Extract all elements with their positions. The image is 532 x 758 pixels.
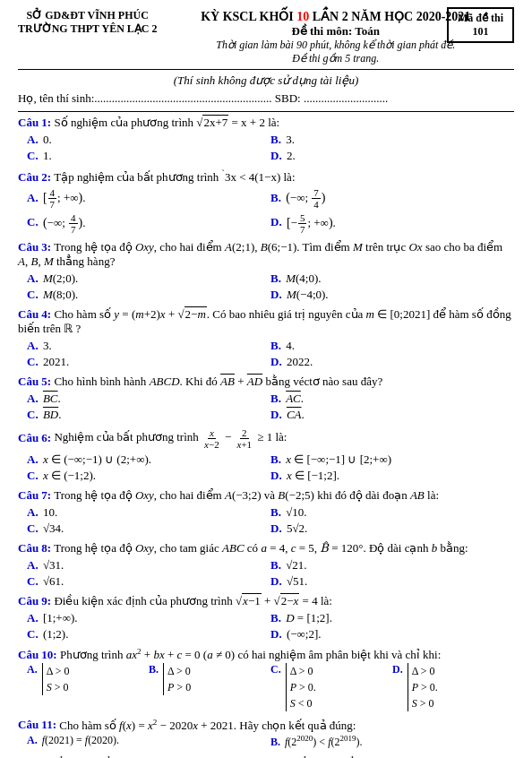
q10-d: D. Δ > 0 P > 0. S > 0 bbox=[392, 662, 514, 712]
content-divider bbox=[18, 111, 514, 112]
q11-a: A. f(2021) = f(2020). bbox=[27, 733, 270, 750]
q2-c: C. (−∞; 47). bbox=[27, 211, 270, 236]
q5-answers: A. BC. B. AC. C. BD. D. CA. bbox=[18, 391, 514, 423]
q9-label: Câu 9: bbox=[18, 594, 51, 607]
q3-answers: A. M(2;0). B. M(4;0). C. M(8;0). D. M(−4… bbox=[18, 271, 514, 303]
q4-answers: A. 3. B. 4. C. 2021. D. 2022. bbox=[18, 338, 514, 370]
q8-label: Câu 8: bbox=[18, 541, 51, 555]
pages-note: Đề thi gồm 5 trang. bbox=[157, 52, 514, 65]
q6-label: Câu 6: bbox=[18, 430, 51, 444]
exam-code-box: Mã đề thi 101 bbox=[447, 7, 514, 43]
page-header: SỞ GD&ĐT VĨNH PHÚC TRƯỜNG THPT YÊN LẠC 2… bbox=[18, 9, 514, 65]
q2-b: B. (−∞; 74) bbox=[270, 186, 514, 211]
q1-c: C. 1. bbox=[27, 148, 270, 164]
q9-text: Điều kiện xác định của phương trình √x−1… bbox=[54, 593, 331, 607]
question-11: Câu 11: Cho hàm số f(x) = x2 − 2020x + 2… bbox=[18, 717, 514, 758]
school-name: TRƯỜNG THPT YÊN LẠC 2 bbox=[18, 22, 157, 36]
q1-text: Số nghiệm của phương trình √2x+7 = x + 2… bbox=[54, 115, 279, 129]
q2-answers: A. [47; +∞). B. (−∞; 74) C. (−∞; 47). D.… bbox=[18, 186, 514, 235]
q8-answers: A. √31. B. √21. C. √61. D. √51. bbox=[18, 557, 514, 590]
question-9: Câu 9: Điều kiện xác định của phương trì… bbox=[18, 594, 514, 642]
q4-text: Cho hàm số y = (m+2)x + √2−m. Có bao nhi… bbox=[18, 306, 511, 335]
q3-d: D. M(−4;0). bbox=[270, 287, 514, 303]
q1-answers: A. 0. B. 3. C. 1. D. 2. bbox=[18, 132, 514, 164]
q11-c: C. f(122021) > f(122020). bbox=[27, 753, 270, 758]
q6-b: B. x ∈ [−∞;−1] ∪ [2;+∞) bbox=[270, 452, 514, 468]
question-4: Câu 4: Cho hàm số y = (m+2)x + √2−m. Có … bbox=[18, 307, 514, 370]
school-info: SỞ GD&ĐT VĨNH PHÚC TRƯỜNG THPT YÊN LẠC 2 bbox=[18, 9, 157, 36]
exam-code-number: 101 bbox=[458, 25, 503, 39]
department-name: SỞ GD&ĐT VĨNH PHÚC bbox=[18, 9, 157, 22]
q4-d: D. 2022. bbox=[270, 354, 514, 370]
q7-c: C. √34. bbox=[27, 521, 270, 537]
q2-label: Câu 2: bbox=[18, 170, 51, 184]
q7-d: D. 5√2. bbox=[270, 521, 514, 537]
question-1: Câu 1: Số nghiệm của phương trình √2x+7 … bbox=[18, 116, 514, 164]
q6-text: Nghiệm của bất phương trình xx−2 − 2x+1 … bbox=[54, 430, 287, 444]
question-10: Câu 10: Phương trình ax2 + bx + c = 0 (a… bbox=[18, 647, 514, 712]
q4-c: C. 2021. bbox=[27, 354, 270, 370]
q9-b: B. D = [1;2]. bbox=[270, 610, 514, 626]
q1-b: B. 3. bbox=[270, 132, 514, 148]
q3-label: Câu 3: bbox=[18, 240, 51, 254]
question-8: Câu 8: Trong hệ tọa độ Oxy, cho tam giác… bbox=[18, 541, 514, 590]
question-7: Câu 7: Trong hệ tọa độ Oxy, cho hai điểm… bbox=[18, 488, 514, 537]
q5-b: B. AC. bbox=[270, 391, 514, 407]
q5-label: Câu 5: bbox=[18, 375, 51, 388]
q7-label: Câu 7: bbox=[18, 488, 51, 502]
q6-d: D. x ∈ [−1;2]. bbox=[270, 468, 514, 484]
q11-label: Câu 11: bbox=[18, 719, 56, 732]
q2-a: A. [47; +∞). bbox=[27, 186, 270, 211]
q7-b: B. √10. bbox=[270, 504, 514, 521]
q5-d: D. CA. bbox=[270, 407, 514, 423]
q7-text: Trong hệ tọa độ Oxy, cho hai điểm A(−3;2… bbox=[54, 488, 439, 502]
q7-a: A. 10. bbox=[27, 504, 270, 521]
q1-d: D. 2. bbox=[270, 148, 514, 164]
q11-text: Cho hàm số f(x) = x2 − 2020x + 2021. Hãy… bbox=[59, 719, 356, 732]
q10-b: B. Δ > 0 P > 0 bbox=[149, 662, 270, 712]
q1-a: A. 0. bbox=[27, 132, 270, 148]
q11-b: B. f(22020) < f(22019). bbox=[270, 733, 514, 750]
q8-c: C. √61. bbox=[27, 573, 270, 590]
q10-a-system: Δ > 0 S > 0 bbox=[42, 663, 70, 695]
q8-a: A. √31. bbox=[27, 557, 270, 573]
question-2: Câu 2: Tập nghiệm của bất phương trình `… bbox=[18, 168, 514, 236]
q11-answers: A. f(2021) = f(2020). B. f(22020) < f(22… bbox=[18, 733, 514, 758]
q4-a: A. 3. bbox=[27, 338, 270, 354]
q6-answers: A. x ∈ (−∞;−1) ∪ (2;+∞). B. x ∈ [−∞;−1] … bbox=[18, 452, 514, 484]
q5-text: Cho hình bình hành ABCD. Khi đó AB + AD … bbox=[54, 375, 382, 388]
q9-d: D. (−∞;2]. bbox=[270, 626, 514, 642]
q8-text: Trong hệ tọa độ Oxy, cho tam giác ABC có… bbox=[54, 541, 468, 555]
instruction-text: (Thí sinh không được sử dụng tài liệu) bbox=[18, 73, 514, 88]
q5-a: A. BC. bbox=[27, 391, 270, 407]
q9-a: A. [1;+∞). bbox=[27, 610, 270, 626]
q10-c-system: Δ > 0 P > 0. S < 0 bbox=[286, 663, 316, 711]
q2-text: Tập nghiệm của bất phương trình `3x < 4(… bbox=[54, 170, 295, 184]
question-3: Câu 3: Trong hệ tọa độ Oxy, cho hai điểm… bbox=[18, 240, 514, 303]
q9-answers: A. [1;+∞). B. D = [1;2]. C. (1;2). D. (−… bbox=[18, 610, 514, 642]
exam-code-label: Mã đề thi bbox=[458, 12, 503, 25]
question-5: Câu 5: Cho hình bình hành ABCD. Khi đó A… bbox=[18, 375, 514, 423]
q10-a: A. Δ > 0 S > 0 bbox=[27, 662, 149, 712]
q3-b: B. M(4;0). bbox=[270, 271, 514, 287]
q8-b: B. √21. bbox=[270, 557, 514, 573]
q10-answers: A. Δ > 0 S > 0 B. Δ > 0 P > 0 C. Δ > 0 P… bbox=[18, 662, 514, 712]
q6-c: C. x ∈ (−1;2). bbox=[27, 468, 270, 484]
header-divider bbox=[18, 69, 514, 70]
q7-answers: A. 10. B. √10. C. √34. D. 5√2. bbox=[18, 504, 514, 537]
q4-label: Câu 4: bbox=[18, 307, 51, 321]
q4-b: B. 4. bbox=[270, 338, 514, 354]
question-6: Câu 6: Nghiệm của bất phương trình xx−2 … bbox=[18, 427, 514, 484]
q3-text: Trong hệ tọa độ Oxy, cho hai điểm A(2;1)… bbox=[18, 240, 502, 268]
student-info: Họ, tên thí sinh:.......................… bbox=[18, 91, 514, 106]
q10-d-system: Δ > 0 P > 0. S > 0 bbox=[408, 663, 438, 711]
q6-a: A. x ∈ (−∞;−1) ∪ (2;+∞). bbox=[27, 452, 270, 468]
q1-label: Câu 1: bbox=[18, 116, 51, 129]
q10-label: Câu 10: bbox=[18, 648, 57, 661]
q3-c: C. M(8;0). bbox=[27, 287, 270, 303]
q5-c: C. BD. bbox=[27, 407, 270, 423]
q10-text: Phương trình ax2 + bx + c = 0 (a ≠ 0) có… bbox=[60, 648, 441, 661]
q9-c: C. (1;2). bbox=[27, 626, 270, 642]
q2-d: D. [−57; +∞). bbox=[270, 211, 514, 236]
q11-d: D. f(122021) < f(122020). bbox=[270, 753, 514, 758]
